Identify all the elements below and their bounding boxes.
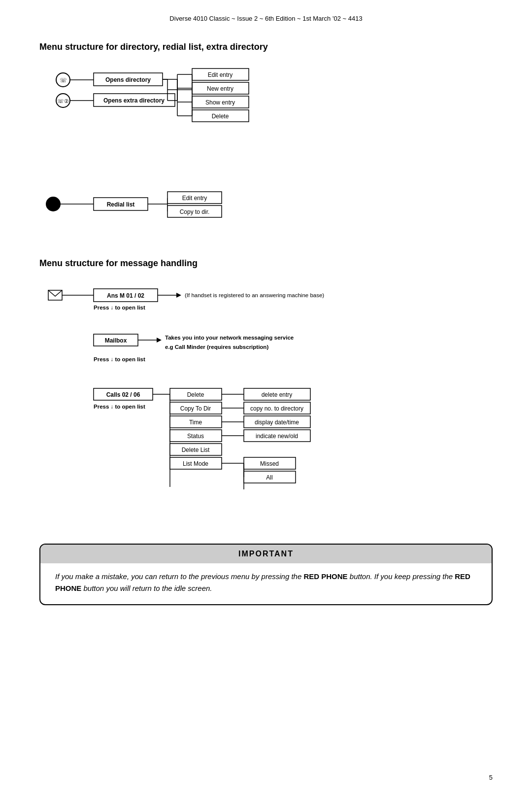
svg-marker-55	[157, 338, 162, 343]
section1-title: Menu structure for directory, redial lis…	[39, 42, 493, 52]
calls-svg: Calls 02 / 06 Press ↓ to open list Delet…	[39, 386, 483, 514]
directory-svg: ☏ ☏② Opens directory Opens extra directo…	[39, 61, 483, 170]
svg-text:Delete List: Delete List	[182, 447, 210, 453]
ans-svg: Ans M 01 / 02 (If handset is registered …	[39, 277, 483, 317]
svg-text:Mailbox: Mailbox	[105, 337, 127, 344]
section2-title: Menu structure for message handling	[39, 258, 493, 269]
ans-diagram: Ans M 01 / 02 (If handset is registered …	[39, 277, 493, 317]
important-text: If you make a mistake, you can return to…	[55, 571, 477, 594]
directory-diagram: ☏ ☏② Opens directory Opens extra directo…	[39, 61, 493, 170]
svg-text:display date/time: display date/time	[255, 419, 299, 426]
svg-text:Edit entry: Edit entry	[182, 195, 207, 202]
important-bold1: RED PHONE	[303, 572, 347, 581]
svg-text:Copy to dir.: Copy to dir.	[180, 208, 210, 215]
svg-text:☏: ☏	[60, 77, 67, 84]
svg-text:All: All	[266, 474, 272, 481]
svg-text:Press ↓ to open list: Press ↓ to open list	[94, 404, 145, 410]
svg-text:Status: Status	[187, 433, 204, 440]
svg-text:Missed: Missed	[260, 460, 279, 467]
svg-text:☏②: ☏②	[57, 98, 69, 104]
svg-text:indicate new/old: indicate new/old	[256, 433, 298, 440]
svg-text:Time: Time	[189, 419, 202, 426]
page-header: Diverse 4010 Classic ~ Issue 2 ~ 6th Edi…	[39, 15, 493, 22]
mailbox-diagram: Mailbox Takes you into your network mess…	[39, 332, 493, 371]
svg-text:Show entry: Show entry	[205, 99, 235, 106]
section-directory: Menu structure for directory, redial lis…	[39, 42, 493, 234]
svg-text:Redial list: Redial list	[107, 201, 135, 208]
header-text: Diverse 4010 Classic ~ Issue 2 ~ 6th Edi…	[169, 15, 362, 22]
svg-text:e.g Call Minder (requires subs: e.g Call Minder (requires subscription)	[165, 344, 268, 350]
svg-text:List Mode: List Mode	[183, 460, 208, 467]
svg-point-33	[46, 197, 60, 211]
page-container: Diverse 4010 Classic ~ Issue 2 ~ 6th Edi…	[0, 0, 532, 791]
svg-text:Ans M 01 / 02: Ans M 01 / 02	[107, 292, 144, 299]
svg-text:Calls 02 / 06: Calls 02 / 06	[106, 391, 140, 398]
calls-diagram: Calls 02 / 06 Press ↓ to open list Delet…	[39, 386, 493, 514]
svg-text:Delete: Delete	[187, 391, 204, 398]
svg-text:(If handset is registered to a: (If handset is registered to an answerin…	[185, 292, 324, 298]
svg-text:copy no. to directory: copy no. to directory	[250, 405, 303, 412]
svg-text:Opens directory: Opens directory	[105, 76, 151, 83]
svg-text:Copy To Dir: Copy To Dir	[180, 405, 211, 412]
svg-text:delete entry: delete entry	[262, 391, 293, 398]
important-text-part1: If you make a mistake, you can return to…	[55, 572, 303, 581]
redial-diagram: Redial list Edit entry Copy to dir.	[39, 184, 493, 234]
svg-text:Opens extra directory: Opens extra directory	[103, 97, 165, 104]
svg-text:Delete: Delete	[212, 113, 229, 120]
important-text-part3: button you will return to the idle scree…	[81, 584, 212, 592]
important-header: IMPORTANT	[40, 545, 492, 563]
svg-text:Press ↓ to open list: Press ↓ to open list	[94, 305, 145, 310]
mailbox-svg: Mailbox Takes you into your network mess…	[39, 332, 483, 371]
page-number: 5	[489, 774, 493, 781]
important-box: IMPORTANT If you make a mistake, you can…	[39, 544, 493, 605]
svg-text:New entry: New entry	[207, 85, 233, 92]
redial-svg: Redial list Edit entry Copy to dir.	[39, 184, 384, 234]
section-message: Menu structure for message handling Ans …	[39, 258, 493, 514]
svg-text:Takes you into your network me: Takes you into your network messaging se…	[165, 335, 294, 341]
svg-text:Edit entry: Edit entry	[208, 71, 233, 78]
important-text-part2: button. If you keep pressing the	[348, 572, 455, 581]
svg-text:Press ↓ to open list: Press ↓ to open list	[94, 356, 145, 362]
svg-marker-49	[176, 293, 181, 298]
